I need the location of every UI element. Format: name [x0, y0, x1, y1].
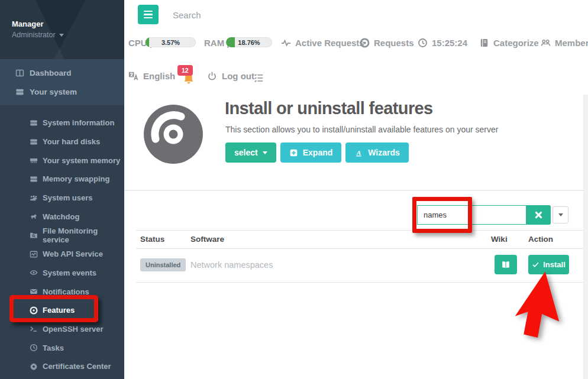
ram-percent: 18.76%: [226, 37, 272, 47]
translate-icon: [128, 71, 138, 81]
column-header-status: Status: [140, 235, 164, 244]
memory-icon: [30, 156, 38, 164]
sidebar-item-label: Dashboard: [30, 69, 72, 77]
sidebar-item-label: OpenSSH server: [43, 325, 104, 333]
time-value: 15:25:24: [432, 38, 467, 48]
sidebar-item-label: Certificates Center: [43, 362, 111, 371]
sidebar-item-your-system-memory[interactable]: Your system memory: [0, 151, 124, 170]
main-content: CPU | 3.57% RAM | 18.76% Active Requests…: [124, 0, 588, 379]
sidebar-item-file-monitoring-service[interactable]: File Monitoring service: [0, 226, 124, 245]
select-dropdown-button[interactable]: select: [225, 142, 276, 163]
envelope-icon: [30, 287, 38, 296]
task-list-button[interactable]: [254, 73, 264, 83]
search-input[interactable]: [172, 6, 304, 24]
sidebar-item-watchdog[interactable]: Watchdog: [0, 207, 124, 226]
sidebar-item-label: File Monitoring service: [43, 226, 124, 244]
chevron-down-icon: [59, 34, 64, 39]
pulse-icon: [281, 38, 291, 48]
sidebar-item-label: Memory swapping: [43, 174, 109, 183]
column-header-wiki: Wiki: [491, 235, 508, 244]
hdd-icon: [30, 175, 38, 183]
wizards-button[interactable]: Wizards: [345, 142, 409, 163]
members-item[interactable]: Members: [541, 38, 588, 48]
sidebar-item-label: Tasks: [43, 344, 64, 352]
requests-item[interactable]: Requests: [360, 38, 414, 48]
wizard-icon: [354, 148, 363, 157]
wiki-button[interactable]: [495, 255, 517, 274]
categorize-item[interactable]: Categorize: [479, 38, 539, 48]
chevron-down-icon: [263, 151, 267, 157]
sidebar-item-system-users[interactable]: System users: [0, 189, 124, 208]
folder-search-icon: [30, 231, 38, 239]
column-header-software: Software: [190, 235, 224, 244]
sidebar-item-label: Features: [43, 306, 75, 315]
filter-options-dropdown[interactable]: [553, 206, 568, 223]
sidebar-item-system-events[interactable]: System events: [0, 264, 124, 283]
notifications-bell[interactable]: 12: [176, 65, 202, 89]
active-requests-item[interactable]: Active Requests: [281, 38, 364, 48]
cpu-percent: 3.57%: [146, 37, 196, 47]
page-title: Install or uninstall features: [225, 99, 433, 118]
sidebar-item-memory-swapping[interactable]: Memory swapping: [0, 170, 124, 189]
sidebar-item-label: Your hard disks: [43, 137, 100, 146]
chart-icon: [30, 250, 38, 258]
menu-toggle-button[interactable]: [138, 5, 159, 24]
page-subtitle: This section allows you to install/unins…: [225, 125, 498, 134]
check-icon: [532, 261, 539, 268]
tasks-icon: [254, 73, 264, 83]
clock-icon: [418, 38, 428, 48]
sidebar-item-dashboard[interactable]: Dashboard: [0, 63, 124, 82]
sidebar-item-label: System events: [43, 268, 96, 277]
sidebar-user-panel: Manager Administrator: [0, 0, 124, 59]
clear-filter-button[interactable]: [526, 205, 551, 225]
user-role-dropdown[interactable]: Administrator: [12, 31, 124, 39]
cpu-meter: 3.57%: [146, 37, 196, 47]
hdd-icon: [30, 138, 38, 146]
sidebar-item-openssh-server[interactable]: OpenSSH server: [0, 320, 124, 339]
filter-input[interactable]: [417, 205, 526, 225]
features-disc-icon: [144, 105, 203, 164]
clock-item: 15:25:24: [418, 38, 467, 48]
software-name: Network namespaces: [190, 260, 273, 270]
sidebar-item-features[interactable]: Features: [0, 301, 124, 320]
power-icon: [207, 71, 217, 81]
sidebar-item-label: Your system memory: [43, 156, 120, 165]
status-badge: Uninstalled: [140, 258, 186, 271]
certificate-icon: [30, 362, 38, 371]
sidebar-item-system-information[interactable]: System information: [0, 114, 124, 132]
sidebar-item-label: Your system: [30, 88, 77, 96]
users-icon: [30, 194, 38, 202]
sidebar-item-your-hard-disks[interactable]: Your hard disks: [0, 132, 124, 151]
table-border-top: [136, 230, 586, 231]
language-selector[interactable]: English: [128, 71, 175, 81]
members-icon: [541, 38, 551, 48]
sidebar-top-menu: Dashboard Your system: [0, 59, 124, 105]
clock-icon: [30, 344, 38, 352]
server-icon: [30, 119, 38, 127]
table-header-divider: [136, 248, 586, 249]
table-row-divider: [136, 282, 586, 283]
column-header-action: Action: [528, 235, 553, 244]
sidebar-item-certificates-center[interactable]: Certificates Center: [0, 357, 124, 376]
sidebar-item-label: Watchdog: [43, 212, 79, 221]
sidebar-item-web-api-service[interactable]: Web API Service: [0, 245, 124, 264]
sidebar-item-notifications[interactable]: Notifications: [0, 282, 124, 301]
expand-button[interactable]: Expand: [280, 142, 342, 163]
scrollbar[interactable]: [583, 95, 588, 379]
chevron-down-icon: [558, 213, 563, 219]
sidebar-item-label: Web API Service: [43, 250, 103, 258]
hamburger-icon: [144, 11, 153, 12]
logout-button[interactable]: Log out: [207, 71, 254, 81]
sidebar-item-tasks[interactable]: Tasks: [0, 338, 124, 357]
install-button[interactable]: Install: [528, 255, 569, 274]
columns-icon: [15, 69, 24, 77]
open-book-icon: [501, 260, 511, 270]
header-buttons: select Expand Wizards: [225, 142, 409, 163]
dog-icon: [30, 212, 38, 221]
sidebar-item-label: System information: [43, 118, 114, 127]
ram-meter: 18.76%: [226, 37, 272, 47]
user-name: Manager: [12, 20, 124, 28]
disc-icon: [30, 306, 38, 315]
sidebar-item-your-system[interactable]: Your system: [0, 82, 124, 101]
annotation-arrow: [508, 267, 567, 343]
